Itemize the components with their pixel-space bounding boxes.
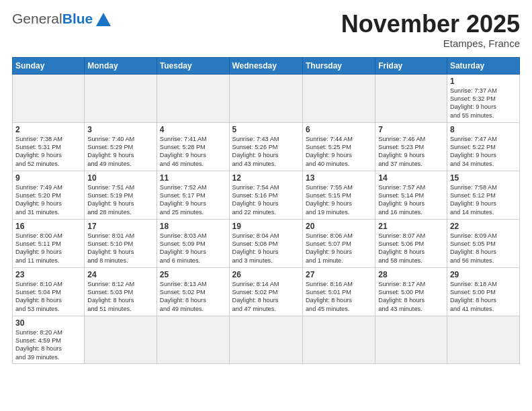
day-info: Sunrise: 7:43 AM Sunset: 5:26 PM Dayligh… (232, 135, 300, 169)
table-row: 30Sunrise: 8:20 AM Sunset: 4:59 PM Dayli… (13, 316, 85, 364)
table-row: 10Sunrise: 7:51 AM Sunset: 5:19 PM Dayli… (85, 171, 157, 219)
day-number: 19 (232, 222, 300, 231)
table-row: 29Sunrise: 8:18 AM Sunset: 5:00 PM Dayli… (447, 267, 519, 316)
day-info: Sunrise: 8:00 AM Sunset: 5:11 PM Dayligh… (15, 232, 81, 265)
table-row: 25Sunrise: 8:13 AM Sunset: 5:02 PM Dayli… (157, 267, 229, 316)
table-row (85, 316, 157, 364)
day-info: Sunrise: 7:46 AM Sunset: 5:23 PM Dayligh… (378, 135, 444, 169)
day-info: Sunrise: 8:01 AM Sunset: 5:10 PM Dayligh… (87, 232, 153, 265)
table-row: 15Sunrise: 7:58 AM Sunset: 5:12 PM Dayli… (447, 171, 519, 219)
day-number: 17 (87, 222, 153, 231)
table-row: 9Sunrise: 7:49 AM Sunset: 5:20 PM Daylig… (13, 171, 85, 219)
table-row: 5Sunrise: 7:43 AM Sunset: 5:26 PM Daylig… (229, 122, 302, 171)
day-info: Sunrise: 7:49 AM Sunset: 5:20 PM Dayligh… (15, 183, 81, 217)
table-row: 23Sunrise: 8:10 AM Sunset: 5:04 PM Dayli… (13, 267, 85, 316)
day-number: 22 (450, 222, 517, 231)
svg-marker-0 (96, 13, 111, 26)
day-info: Sunrise: 8:20 AM Sunset: 4:59 PM Dayligh… (15, 328, 81, 362)
table-row (375, 316, 447, 364)
table-row (447, 316, 519, 364)
day-number: 30 (15, 318, 81, 328)
table-row: 28Sunrise: 8:17 AM Sunset: 5:00 PM Dayli… (375, 267, 447, 316)
table-row (375, 74, 447, 122)
day-info: Sunrise: 8:04 AM Sunset: 5:08 PM Dayligh… (232, 232, 300, 265)
table-row: 17Sunrise: 8:01 AM Sunset: 5:10 PM Dayli… (85, 219, 157, 267)
day-number: 18 (160, 222, 226, 231)
table-row: 14Sunrise: 7:57 AM Sunset: 5:14 PM Dayli… (375, 171, 447, 219)
day-number: 1 (450, 77, 517, 86)
table-row (302, 316, 375, 364)
day-number: 3 (87, 125, 153, 134)
logo-blue-text: Blue (62, 11, 93, 27)
day-info: Sunrise: 8:18 AM Sunset: 5:00 PM Dayligh… (450, 280, 517, 314)
day-number: 6 (306, 125, 372, 134)
col-sunday: Sunday (13, 57, 85, 74)
table-row: 21Sunrise: 8:07 AM Sunset: 5:06 PM Dayli… (375, 219, 447, 267)
logo-triangle-icon (96, 13, 111, 26)
page: General Blue November 2025 Etampes, Fran… (0, 0, 532, 371)
day-number: 27 (306, 270, 372, 279)
table-row: 19Sunrise: 8:04 AM Sunset: 5:08 PM Dayli… (229, 219, 302, 267)
day-info: Sunrise: 8:14 AM Sunset: 5:02 PM Dayligh… (232, 280, 300, 314)
table-row: 1Sunrise: 7:37 AM Sunset: 5:32 PM Daylig… (447, 74, 519, 122)
day-number: 15 (450, 173, 517, 183)
location: Etampes, France (341, 38, 520, 49)
day-number: 26 (232, 270, 300, 279)
day-info: Sunrise: 8:10 AM Sunset: 5:04 PM Dayligh… (15, 280, 81, 314)
day-number: 28 (378, 270, 444, 279)
day-number: 9 (15, 173, 81, 183)
day-info: Sunrise: 8:13 AM Sunset: 5:02 PM Dayligh… (160, 280, 226, 314)
table-row: 18Sunrise: 8:03 AM Sunset: 5:09 PM Dayli… (157, 219, 229, 267)
day-number: 11 (160, 173, 226, 183)
day-info: Sunrise: 8:09 AM Sunset: 5:05 PM Dayligh… (450, 232, 517, 265)
day-number: 5 (232, 125, 300, 134)
day-info: Sunrise: 7:55 AM Sunset: 5:15 PM Dayligh… (306, 183, 372, 217)
day-number: 13 (306, 173, 372, 183)
day-info: Sunrise: 8:06 AM Sunset: 5:07 PM Dayligh… (306, 232, 372, 265)
table-row (157, 74, 229, 122)
day-info: Sunrise: 7:58 AM Sunset: 5:12 PM Dayligh… (450, 183, 517, 217)
day-number: 2 (15, 125, 81, 134)
calendar-table: Sunday Monday Tuesday Wednesday Thursday… (12, 57, 520, 365)
table-row (302, 74, 375, 122)
day-info: Sunrise: 7:40 AM Sunset: 5:29 PM Dayligh… (87, 135, 153, 169)
table-row (229, 74, 302, 122)
col-wednesday: Wednesday (229, 57, 302, 74)
day-info: Sunrise: 7:54 AM Sunset: 5:16 PM Dayligh… (232, 183, 300, 217)
logo-general-text: General (12, 11, 62, 27)
day-info: Sunrise: 7:41 AM Sunset: 5:28 PM Dayligh… (160, 135, 226, 169)
header: General Blue November 2025 Etampes, Fran… (12, 11, 520, 49)
table-row: 22Sunrise: 8:09 AM Sunset: 5:05 PM Dayli… (447, 219, 519, 267)
day-number: 7 (378, 125, 444, 134)
table-row: 8Sunrise: 7:47 AM Sunset: 5:22 PM Daylig… (447, 122, 519, 171)
day-number: 25 (160, 270, 226, 279)
table-row: 2Sunrise: 7:38 AM Sunset: 5:31 PM Daylig… (13, 122, 85, 171)
table-row (85, 74, 157, 122)
table-row: 26Sunrise: 8:14 AM Sunset: 5:02 PM Dayli… (229, 267, 302, 316)
table-row: 27Sunrise: 8:16 AM Sunset: 5:01 PM Dayli… (302, 267, 375, 316)
day-info: Sunrise: 7:37 AM Sunset: 5:32 PM Dayligh… (450, 87, 517, 120)
day-info: Sunrise: 7:52 AM Sunset: 5:17 PM Dayligh… (160, 183, 226, 217)
day-info: Sunrise: 7:47 AM Sunset: 5:22 PM Dayligh… (450, 135, 517, 169)
day-info: Sunrise: 8:07 AM Sunset: 5:06 PM Dayligh… (378, 232, 444, 265)
day-info: Sunrise: 7:51 AM Sunset: 5:19 PM Dayligh… (87, 183, 153, 217)
table-row: 12Sunrise: 7:54 AM Sunset: 5:16 PM Dayli… (229, 171, 302, 219)
table-row: 4Sunrise: 7:41 AM Sunset: 5:28 PM Daylig… (157, 122, 229, 171)
table-row: 20Sunrise: 8:06 AM Sunset: 5:07 PM Dayli… (302, 219, 375, 267)
calendar-header-row: Sunday Monday Tuesday Wednesday Thursday… (13, 57, 520, 74)
day-number: 8 (450, 125, 517, 134)
day-info: Sunrise: 8:03 AM Sunset: 5:09 PM Dayligh… (160, 232, 226, 265)
table-row: 13Sunrise: 7:55 AM Sunset: 5:15 PM Dayli… (302, 171, 375, 219)
day-number: 20 (306, 222, 372, 231)
logo: General Blue (12, 11, 111, 27)
day-number: 29 (450, 270, 517, 279)
col-tuesday: Tuesday (157, 57, 229, 74)
day-number: 24 (87, 270, 153, 279)
col-saturday: Saturday (447, 57, 519, 74)
day-info: Sunrise: 8:17 AM Sunset: 5:00 PM Dayligh… (378, 280, 444, 314)
day-info: Sunrise: 7:57 AM Sunset: 5:14 PM Dayligh… (378, 183, 444, 217)
day-number: 12 (232, 173, 300, 183)
table-row: 11Sunrise: 7:52 AM Sunset: 5:17 PM Dayli… (157, 171, 229, 219)
table-row: 6Sunrise: 7:44 AM Sunset: 5:25 PM Daylig… (302, 122, 375, 171)
table-row (229, 316, 302, 364)
